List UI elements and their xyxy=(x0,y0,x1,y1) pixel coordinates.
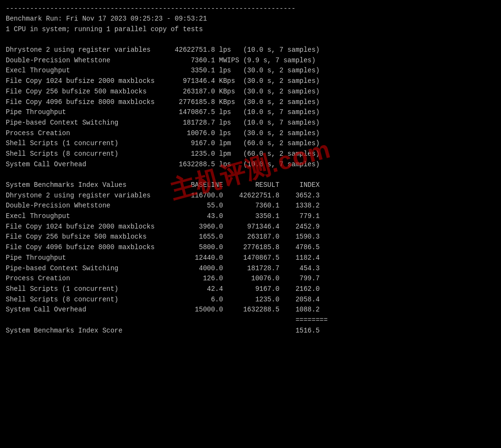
index-result-row: Execl Throughput 43.0 3350.1 779.1 xyxy=(6,211,495,222)
raw-results-section: Dhrystone 2 using register variables 426… xyxy=(6,45,495,170)
raw-result-row: Double-Precision Whetstone 7360.1 MWIPS … xyxy=(6,56,495,66)
index-result-row: System Call Overhead 15000.0 1632288.5 1… xyxy=(6,305,495,315)
index-result-row: Shell Scripts (1 concurrent) 42.4 9167.0… xyxy=(6,284,495,295)
raw-result-row: Execl Throughput 3350.1 lps (30.0 s, 2 s… xyxy=(6,66,495,76)
index-result-row: Pipe Throughput 12440.0 1470867.5 1182.4 xyxy=(6,253,495,264)
index-header-row: System Benchmarks Index Values BASELINE … xyxy=(6,180,495,191)
raw-result-row: Process Creation 10076.0 lps (30.0 s, 2 … xyxy=(6,128,495,139)
raw-result-row: Pipe-based Context Switching 181728.7 lp… xyxy=(6,118,495,128)
benchmark-run-line2: 1 CPU in system; running 1 parallel copy… xyxy=(6,24,495,35)
raw-result-row: Shell Scripts (1 concurrent) 9167.0 lpm … xyxy=(6,138,495,149)
index-result-row: File Copy 4096 bufsize 8000 maxblocks 58… xyxy=(6,242,495,253)
index-result-row: Process Creation 126.0 10076.0 799.7 xyxy=(6,274,495,284)
raw-result-row: Dhrystone 2 using register variables 426… xyxy=(6,45,495,56)
index-result-row: Shell Scripts (8 concurrent) 6.0 1235.0 … xyxy=(6,295,495,305)
raw-result-row: System Call Overhead 1632288.5 lps (10.0… xyxy=(6,160,495,170)
terminal-output: ----------------------------------------… xyxy=(6,4,495,336)
separator-top: ----------------------------------------… xyxy=(6,4,495,14)
index-result-row: File Copy 1024 bufsize 2000 maxblocks 39… xyxy=(6,222,495,232)
index-rows-section: Dhrystone 2 using register variables 116… xyxy=(6,191,495,315)
index-result-row: Dhrystone 2 using register variables 116… xyxy=(6,191,495,201)
raw-result-row: Shell Scripts (8 concurrent) 1235.0 lpm … xyxy=(6,149,495,160)
raw-result-row: File Copy 1024 bufsize 2000 maxblocks 97… xyxy=(6,76,495,87)
score-line: System Benchmarks Index Score 1516.5 xyxy=(6,326,495,336)
index-result-row: Pipe-based Context Switching 4000.0 1817… xyxy=(6,264,495,274)
raw-result-row: Pipe Throughput 1470867.5 lps (10.0 s, 7… xyxy=(6,107,495,118)
benchmark-run-line1: Benchmark Run: Fri Nov 17 2023 09:25:23 … xyxy=(6,14,495,24)
score-value-line: System Benchmarks Index Score 1516.5 xyxy=(6,326,495,336)
equals-line: ======== xyxy=(6,315,495,326)
raw-result-row: File Copy 4096 bufsize 8000 maxblocks 27… xyxy=(6,97,495,108)
index-result-row: File Copy 256 bufsize 500 maxblocks 1655… xyxy=(6,232,495,242)
index-result-row: Double-Precision Whetstone 55.0 7360.1 1… xyxy=(6,201,495,211)
index-header: System Benchmarks Index Values BASELINE … xyxy=(6,180,495,191)
raw-result-row: File Copy 256 bufsize 500 maxblocks 2631… xyxy=(6,87,495,97)
